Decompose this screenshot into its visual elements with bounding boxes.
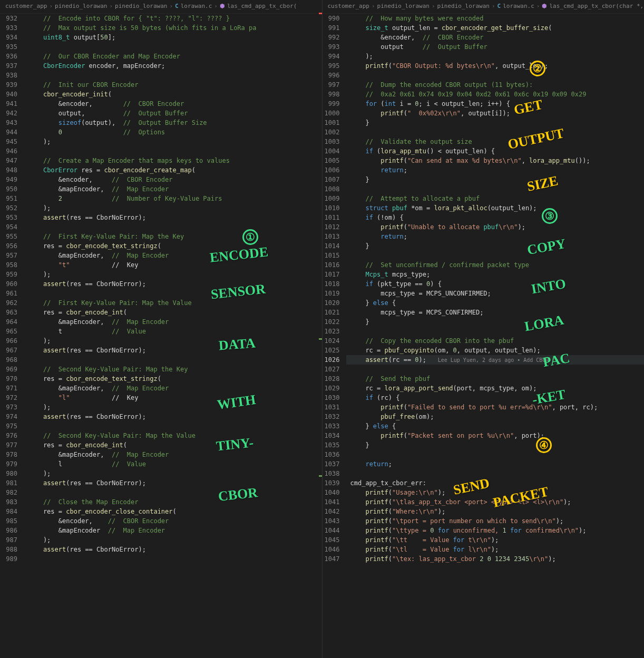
code-line[interactable]: assert(res == CborNoError); bbox=[24, 412, 322, 421]
code-line[interactable]: t // Value bbox=[24, 327, 322, 336]
line-number[interactable]: 982 bbox=[0, 488, 17, 497]
code-line[interactable]: // How many bytes were encoded bbox=[346, 14, 645, 23]
line-number[interactable]: 1017 bbox=[323, 270, 340, 279]
breadcrumb-folder[interactable]: pinedio_lorawan bbox=[115, 2, 167, 11]
line-number[interactable]: 1034 bbox=[323, 431, 340, 440]
line-number[interactable]: 981 bbox=[0, 478, 17, 488]
line-number[interactable]: 955 bbox=[0, 232, 17, 241]
line-number[interactable]: 954 bbox=[0, 222, 17, 232]
code-line[interactable] bbox=[24, 355, 322, 365]
line-number[interactable]: 1042 bbox=[323, 507, 340, 516]
line-number[interactable]: 1009 bbox=[323, 194, 340, 203]
line-number[interactable]: 962 bbox=[0, 298, 17, 308]
code-line[interactable]: // 0xa2 0x61 0x74 0x19 0x04 0xd2 0x61 0x… bbox=[346, 90, 645, 99]
code-line[interactable]: ); bbox=[346, 52, 645, 61]
code-line[interactable]: // Max output size is 50 bytes (which fi… bbox=[24, 23, 322, 33]
code-line[interactable] bbox=[24, 222, 322, 232]
line-number[interactable]: 1037 bbox=[323, 459, 340, 469]
line-number[interactable]: 948 bbox=[0, 165, 17, 175]
line-number[interactable]: 942 bbox=[0, 109, 17, 118]
line-number[interactable]: 1013 bbox=[323, 232, 340, 241]
line-number[interactable]: 997 bbox=[323, 80, 340, 90]
code-line[interactable]: &mapEncoder, // Map Encoder bbox=[24, 384, 322, 393]
code-line[interactable]: printf("Can send at max %d bytes\r\n", l… bbox=[346, 156, 645, 165]
code-line[interactable]: return; bbox=[346, 459, 645, 469]
code-line[interactable]: // Validate the output size bbox=[346, 137, 645, 146]
code-line[interactable]: if (rc) { bbox=[346, 393, 645, 402]
line-number[interactable]: 1006 bbox=[323, 165, 340, 175]
code-line[interactable]: // Copy the encoded CBOR into the pbuf bbox=[346, 336, 645, 346]
line-number[interactable]: 935 bbox=[0, 42, 17, 52]
code-line[interactable]: printf("\tl = Value for l\r\n"); bbox=[346, 545, 645, 554]
code-content[interactable]: // Encode into CBOR for { "t": ????, "l"… bbox=[24, 14, 322, 659]
line-number[interactable]: 1016 bbox=[323, 260, 340, 270]
code-line[interactable]: printf(" 0x%02x\r\n", output[i]); bbox=[346, 109, 645, 118]
code-line[interactable]: } bbox=[346, 118, 645, 127]
code-line[interactable]: &mapEncoder, // Map Encoder bbox=[24, 251, 322, 260]
code-line[interactable]: printf("\tt = Value for t\r\n"); bbox=[346, 535, 645, 545]
code-line[interactable]: printf("\tex: las_app_tx_cbor 2 0 1234 2… bbox=[346, 554, 645, 564]
code-line[interactable]: } bbox=[346, 241, 645, 251]
line-number[interactable]: 934 bbox=[0, 33, 17, 42]
line-number[interactable]: 984 bbox=[0, 507, 17, 516]
line-number[interactable]: 933 bbox=[0, 23, 17, 33]
line-number[interactable]: 941 bbox=[0, 99, 17, 109]
code-line[interactable]: printf("Where:\r\n"); bbox=[346, 507, 645, 516]
code-line[interactable] bbox=[24, 71, 322, 80]
code-line[interactable] bbox=[346, 251, 645, 260]
code-line[interactable]: // Close the Map Encoder bbox=[24, 497, 322, 507]
code-line[interactable]: assert(rc == 0); Lee Lup Yuen, 2 days ag… bbox=[346, 355, 645, 365]
line-number[interactable]: 944 bbox=[0, 127, 17, 137]
code-line[interactable]: ); bbox=[24, 336, 322, 346]
line-number[interactable]: 958 bbox=[0, 260, 17, 270]
line-number[interactable]: 980 bbox=[0, 469, 17, 478]
line-number[interactable]: 1004 bbox=[323, 146, 340, 156]
code-line[interactable]: // Dump the encoded CBOR output (11 byte… bbox=[346, 80, 645, 90]
line-number[interactable]: 1001 bbox=[323, 118, 340, 127]
code-line[interactable]: output // Output Buffer bbox=[346, 42, 645, 52]
line-number[interactable]: 1036 bbox=[323, 450, 340, 459]
line-number[interactable]: 1005 bbox=[323, 156, 340, 165]
code-line[interactable]: sizeof(output), // Output Buffer Size bbox=[24, 118, 322, 127]
line-number[interactable]: 953 bbox=[0, 213, 17, 222]
line-number[interactable]: 1003 bbox=[323, 137, 340, 146]
line-number[interactable]: 996 bbox=[323, 71, 340, 80]
code-line[interactable]: cmd_app_tx_cbor_err: bbox=[346, 478, 645, 488]
line-number[interactable]: 1012 bbox=[323, 222, 340, 232]
line-number[interactable]: 1028 bbox=[323, 374, 340, 384]
line-number[interactable]: 1039 bbox=[323, 478, 340, 488]
line-number[interactable]: 1020 bbox=[323, 298, 340, 308]
code-line[interactable]: // Our CBOR Encoder and Map Encoder bbox=[24, 52, 322, 61]
line-number[interactable]: 945 bbox=[0, 137, 17, 146]
line-number[interactable]: 991 bbox=[323, 23, 340, 33]
code-line[interactable]: assert(res == CborNoError); bbox=[24, 545, 322, 554]
code-line[interactable]: // First Key-Value Pair: Map the Key bbox=[24, 232, 322, 241]
line-number[interactable]: 1021 bbox=[323, 308, 340, 317]
line-number[interactable]: 936 bbox=[0, 52, 17, 61]
code-line[interactable]: printf("\tlas_app_tx_cbor <port> <type> … bbox=[346, 497, 645, 507]
code-line[interactable]: ); bbox=[24, 137, 322, 146]
line-number[interactable]: 1027 bbox=[323, 365, 340, 374]
breadcrumb-folder[interactable]: pinedio_lorawan bbox=[55, 2, 107, 11]
code-line[interactable]: Mcps_t mcps_type; bbox=[346, 270, 645, 279]
code-line[interactable]: size_t output_len = cbor_encoder_get_buf… bbox=[346, 23, 645, 33]
line-number[interactable]: 1038 bbox=[323, 469, 340, 478]
line-number[interactable]: 974 bbox=[0, 412, 17, 421]
breadcrumb-function[interactable]: las_cmd_app_tx_cbor(char *, in bbox=[549, 2, 644, 11]
code-line[interactable]: if (lora_app_mtu() < output_len) { bbox=[346, 146, 645, 156]
code-line[interactable]: printf("Usage:\r\n"); bbox=[346, 488, 645, 497]
line-number[interactable]: 972 bbox=[0, 393, 17, 402]
line-number[interactable]: 947 bbox=[0, 156, 17, 165]
line-number[interactable]: 963 bbox=[0, 308, 17, 317]
code-line[interactable]: printf("\tport = port number on which to… bbox=[346, 516, 645, 526]
code-line[interactable]: return; bbox=[346, 232, 645, 241]
code-line[interactable]: ); bbox=[24, 469, 322, 478]
line-number[interactable]: 1024 bbox=[323, 336, 340, 346]
code-line[interactable]: // Second Key-Value Pair: Map the Value bbox=[24, 431, 322, 440]
code-line[interactable]: output, // Output Buffer bbox=[24, 109, 322, 118]
code-line[interactable]: // Attempt to allocate a pbuf bbox=[346, 194, 645, 203]
line-number[interactable]: 1029 bbox=[323, 384, 340, 393]
line-number[interactable]: 964 bbox=[0, 317, 17, 327]
code-line[interactable] bbox=[346, 450, 645, 459]
code-line[interactable]: l // Value bbox=[24, 459, 322, 469]
